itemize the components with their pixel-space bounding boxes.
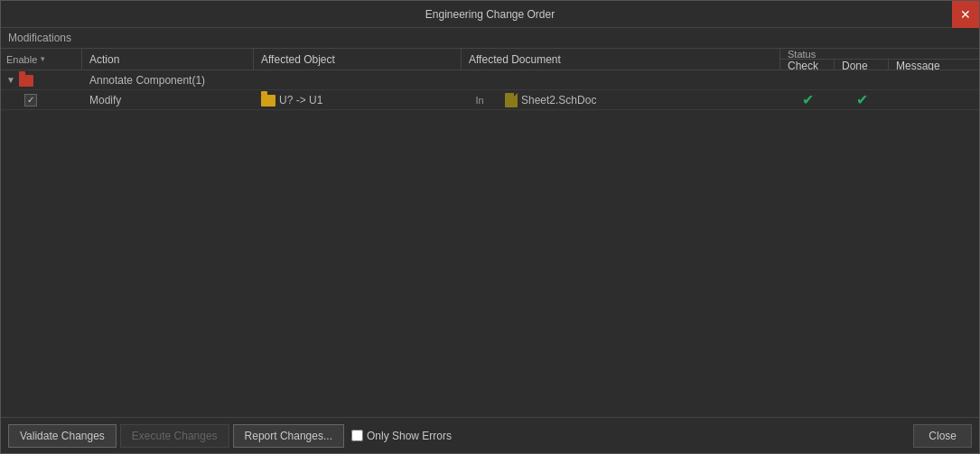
folder-red-icon xyxy=(19,75,33,87)
dialog-content: Modifications Enable ▼ Action Affected O… xyxy=(1,28,979,417)
document-icon xyxy=(505,93,518,107)
group-message-cell xyxy=(889,70,979,89)
table-header: Enable ▼ Action Affected Object Affected… xyxy=(1,49,979,70)
group-check-cell xyxy=(780,70,835,89)
item-affected-doc-cell: Sheet2.SchDoc xyxy=(498,90,780,109)
item-message-cell xyxy=(889,90,979,109)
status-header-label: Status xyxy=(780,49,979,60)
check-ok-icon: ✔ xyxy=(802,91,814,108)
execute-changes-button[interactable]: Execute Changes xyxy=(120,424,229,448)
item-enable-cell xyxy=(1,90,82,109)
folder-yellow-icon xyxy=(261,95,275,107)
group-action-cell: Annotate Component(1) xyxy=(82,70,254,89)
item-done-cell: ✔ xyxy=(835,90,889,109)
item-enable-checkbox[interactable] xyxy=(24,94,37,107)
table-body: ▼ Annotate Component(1) xyxy=(1,70,979,417)
footer: Validate Changes Execute Changes Report … xyxy=(1,417,979,453)
report-changes-button[interactable]: Report Changes... xyxy=(233,424,344,448)
collapse-triangle-icon[interactable]: ▼ xyxy=(6,75,15,85)
col-header-status: Status Check Done Message xyxy=(780,49,979,69)
only-show-errors-container: Only Show Errors xyxy=(351,430,452,442)
col-header-affected-obj: Affected Object xyxy=(254,49,462,69)
only-show-errors-checkbox[interactable] xyxy=(351,430,363,441)
col-header-affected-doc: Affected Document xyxy=(462,49,780,69)
col-header-action: Action xyxy=(82,49,254,69)
dialog-title: Engineering Change Order xyxy=(425,8,555,21)
col-header-enable: Enable ▼ xyxy=(1,49,82,69)
enable-dropdown[interactable]: Enable ▼ xyxy=(6,54,46,65)
group-status-cell xyxy=(780,70,979,89)
item-action-cell: Modify xyxy=(82,90,254,109)
group-affected-obj-cell xyxy=(254,70,462,89)
enable-dropdown-arrow: ▼ xyxy=(39,55,46,63)
in-label: In xyxy=(462,95,498,106)
group-affected-doc-cell xyxy=(462,70,780,89)
item-check-cell: ✔ xyxy=(780,90,835,109)
group-row: ▼ Annotate Component(1) xyxy=(1,70,979,90)
validate-changes-button[interactable]: Validate Changes xyxy=(8,424,117,448)
modifications-section-label: Modifications xyxy=(1,28,979,49)
engineering-change-order-dialog: Engineering Change Order ✕ Modifications… xyxy=(0,0,980,454)
title-bar: Engineering Change Order ✕ xyxy=(1,1,979,28)
only-show-errors-label: Only Show Errors xyxy=(367,430,452,442)
done-ok-icon: ✔ xyxy=(856,91,868,108)
table-row: Modify U? -> U1 In Sheet2.SchDoc ✔ xyxy=(1,90,979,110)
group-done-cell xyxy=(835,70,889,89)
close-footer-button[interactable]: Close xyxy=(913,424,972,448)
group-enable-cell: ▼ xyxy=(1,70,82,89)
item-affected-obj-cell: U? -> U1 xyxy=(254,90,462,109)
item-status-cell: ✔ ✔ xyxy=(780,90,979,109)
close-button[interactable]: ✕ xyxy=(952,1,979,28)
